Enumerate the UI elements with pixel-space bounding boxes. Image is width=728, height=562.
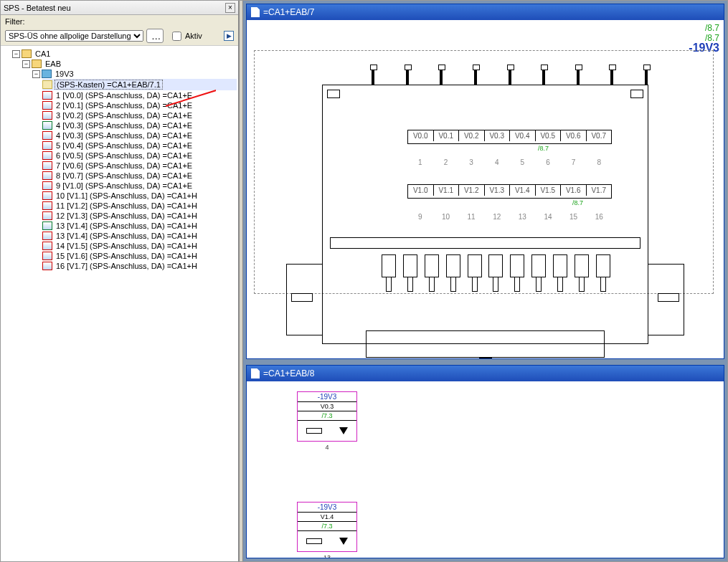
sym-pin: 4 [325, 444, 328, 451]
tree-port-item[interactable]: 2 [V0.1] (SPS-Anschluss, DA) =CA1+E [42, 100, 237, 110]
valve-icon [339, 427, 348, 434]
channel-label: V0.6 [561, 130, 587, 141]
pin-icon [576, 65, 580, 85]
device-icon [42, 70, 52, 78]
tree-view[interactable]: −CA1 −EAB −19V3 (SPS-Kasten) =CA1+EAB/7.… [1, 46, 238, 561]
tree-item-label: 11 [V1.2] (SPS-Anschluss, DA) =CA1+H [55, 201, 199, 210]
slot-band [330, 237, 640, 249]
tree-port-item[interactable]: 11 [V1.2] (SPS-Anschluss, DA) =CA1+H [42, 201, 237, 211]
tree-port-item[interactable]: 15 [V1.6] (SPS-Anschluss, DA) =CA1+H [42, 251, 237, 261]
rowA-subref: /8.7 [538, 145, 549, 152]
tree-item-label: 10 [V1.1] (SPS-Anschluss, DA) =CA1+H [55, 191, 199, 200]
terminal-icon [402, 254, 419, 295]
tree-item-label: 6 [V0.5] (SPS-Anschluss, DA) =CA1+E [55, 151, 194, 160]
tree-root[interactable]: CA1 [34, 49, 52, 58]
tree-dev[interactable]: 19V3 [54, 70, 75, 78]
pin-icon [371, 65, 375, 85]
port-icon [42, 171, 52, 180]
channel-label: 2 [433, 154, 459, 171]
filter-bar: Filter: SPS-ÜS ohne allpolige Darstellun… [1, 15, 238, 46]
navigator-panel: SPS - Betatest neu × Filter: SPS-ÜS ohne… [1, 1, 239, 561]
terminal-icon [530, 254, 547, 295]
sym-ref: /7.3 [298, 522, 356, 531]
channel-label: V1.1 [434, 185, 460, 196]
port-icon [42, 151, 52, 160]
corner-labels: /8.7 /8.7 -19V3 [689, 23, 719, 53]
terminal-icon [509, 254, 526, 295]
channel-label: V0.0 [408, 130, 434, 141]
port-icon [42, 191, 52, 200]
sym-title: -19V3 [298, 503, 356, 513]
tree-port-item[interactable]: 14 [V1.5] (SPS-Anschluss, DA) =CA1+H [42, 241, 237, 251]
tree-toggle[interactable]: − [12, 50, 20, 58]
tree-port-item[interactable]: 4 [V0.3] (SPS-Anschluss, DA) =CA1+E [42, 120, 237, 130]
filter-select[interactable]: SPS-ÜS ohne allpolige Darstellung [5, 30, 143, 42]
cad-title-bottom: =CA1+EAB/8 [263, 368, 314, 378]
tree-toggle[interactable]: − [22, 60, 30, 68]
pin-row-top [371, 65, 648, 85]
panel-title: SPS - Betatest neu [4, 4, 71, 12]
aktiv-checkbox[interactable] [172, 32, 181, 41]
side-bracket-left [286, 264, 322, 335]
channel-label: 1 [407, 154, 433, 171]
channel-label: V1.6 [561, 185, 587, 196]
tree-port-item[interactable]: 6 [V0.5] (SPS-Anschluss, DA) =CA1+E [42, 151, 237, 161]
channel-label: V0.2 [459, 130, 485, 141]
channel-label: V1.3 [485, 185, 511, 196]
tree-port-item[interactable]: 7 [V0.6] (SPS-Anschluss, DA) =CA1+E [42, 161, 237, 171]
coil-icon [306, 428, 322, 434]
tree-port-item[interactable]: 16 [V1.7] (SPS-Anschluss, DA) =CA1+H [42, 261, 237, 271]
pin-icon [439, 65, 443, 85]
tree-port-item[interactable]: 5 [V0.4] (SPS-Anschluss, DA) =CA1+E [42, 140, 237, 151]
channel-label: 13 [510, 209, 536, 225]
channel-label: 11 [458, 209, 484, 225]
document-icon [251, 7, 260, 17]
tree-kasten[interactable]: (SPS-Kasten) =CA1+EAB/7.1 [55, 80, 163, 90]
tree-port-item[interactable]: 10 [V1.1] (SPS-Anschluss, DA) =CA1+H [42, 191, 237, 201]
tree-toggle[interactable]: − [32, 70, 40, 78]
schematic-symbol-b[interactable]: -19V3 V1.4 /7.3 13 [297, 502, 357, 552]
tree-port-item[interactable]: 4 [V0.3] (SPS-Anschluss, DA) =CA1+E [42, 130, 237, 140]
tree-item-label: 7 [V0.6] (SPS-Anschluss, DA) =CA1+E [55, 161, 194, 170]
channel-label: 3 [458, 154, 484, 171]
port-icon [42, 101, 52, 110]
drawing-area: =CA1+EAB/7 /8.7 /8.7 -19V3 V0.0 [243, 1, 727, 561]
location-icon [32, 59, 42, 68]
tree-port-item[interactable]: 8 [V0.7] (SPS-Anschluss, DA) =CA1+E [42, 171, 237, 181]
schematic-symbol-a[interactable]: -19V3 V0.3 /7.3 4 [297, 391, 357, 442]
channel-label: 5 [510, 154, 536, 171]
cad-title-top: =CA1+EAB/7 [263, 7, 314, 17]
tree-item-label: 8 [V0.7] (SPS-Anschluss, DA) =CA1+E [55, 171, 194, 180]
tree-port-item[interactable]: 13 [V1.4] (SPS-Anschluss, DA) =CA1+H [42, 231, 237, 241]
channel-label: V1.7 [587, 185, 612, 196]
cad-window-bottom: =CA1+EAB/8 -19V3 V0.3 /7.3 4 -19V3 V1.4 … [246, 365, 724, 558]
sym-addr: V1.4 [298, 513, 356, 522]
terminal-icon [466, 254, 483, 295]
project-icon [22, 49, 32, 58]
plc-module: V0.0V0.1V0.2V0.3V0.4V0.5V0.6V0.7 /8.7 12… [286, 85, 684, 344]
tree-port-item[interactable]: 9 [V1.0] (SPS-Anschluss, DA) =CA1+E [42, 181, 237, 191]
tree-port-item[interactable]: 12 [V1.3] (SPS-Anschluss, DA) =CA1+H [42, 211, 237, 221]
cad-titlebar-top[interactable]: =CA1+EAB/7 [247, 4, 724, 20]
pin-icon [473, 65, 478, 85]
tree-item-label: 2 [V0.1] (SPS-Anschluss, DA) =CA1+E [55, 101, 194, 110]
tree-item-label: 4 [V0.3] (SPS-Anschluss, DA) =CA1+E [55, 131, 194, 140]
tree-port-item[interactable]: 3 [V0.2] (SPS-Anschluss, DA) =CA1+E [42, 110, 237, 120]
cad-canvas-bottom[interactable]: -19V3 V0.3 /7.3 4 -19V3 V1.4 /7.3 13 [247, 381, 724, 558]
panel-play-button[interactable]: ▶ [224, 31, 234, 41]
tree-port-item[interactable]: 13 [V1.4] (SPS-Anschluss, DA) =CA1+H [42, 221, 237, 231]
tree-sub[interactable]: EAB [44, 59, 62, 68]
tree-port-item[interactable]: 1 [V0.0] (SPS-Anschluss, DA) =CA1+E [42, 90, 237, 100]
cad-canvas-top[interactable]: /8.7 /8.7 -19V3 V0.0V0.1V0.2V0.3V0.4V0.5… [247, 20, 724, 358]
channel-label: 14 [535, 209, 561, 225]
channel-label: V1.4 [510, 185, 536, 196]
tree-item-label: 13 [V1.4] (SPS-Anschluss, DA) =CA1+H [55, 222, 199, 230]
terminal-icon [487, 254, 504, 295]
filter-browse-button[interactable]: … [146, 29, 164, 43]
panel-close-button[interactable]: × [225, 3, 235, 13]
channel-label: 16 [586, 209, 612, 225]
sym-pin: 13 [323, 554, 331, 558]
cad-titlebar-bottom[interactable]: =CA1+EAB/8 [247, 366, 724, 381]
port-icon [42, 232, 52, 240]
channel-label: V1.0 [408, 185, 434, 196]
